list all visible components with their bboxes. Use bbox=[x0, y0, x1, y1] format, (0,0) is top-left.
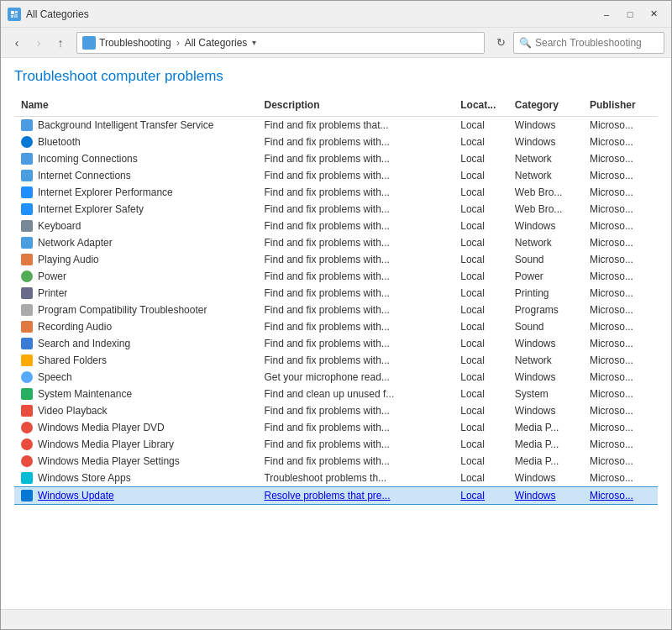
svg-rect-1 bbox=[15, 11, 18, 13]
table-container[interactable]: Name Description Locat... Category Publi… bbox=[14, 97, 658, 602]
cell-location: Local bbox=[454, 487, 508, 505]
table-row[interactable]: Video Playback Find and fix problems wit… bbox=[14, 402, 658, 419]
table-row[interactable]: Windows Media Player Settings Find and f… bbox=[14, 453, 658, 470]
cell-name: Speech bbox=[14, 369, 257, 386]
cell-name: Power bbox=[14, 268, 257, 285]
cell-description: Find and fix problems with... bbox=[257, 184, 454, 201]
breadcrumb-troubleshooting[interactable]: Troubleshooting bbox=[99, 37, 171, 49]
row-icon bbox=[21, 455, 33, 467]
cell-category: Programs bbox=[508, 302, 583, 318]
table-row[interactable]: Program Compatibility Troubleshooter Fin… bbox=[14, 302, 658, 318]
cell-name: Video Playback bbox=[14, 402, 257, 419]
breadcrumb-all-categories[interactable]: All Categories bbox=[185, 37, 248, 49]
cell-category: Windows bbox=[508, 335, 583, 352]
table-row[interactable]: Speech Get your microphone read... Local… bbox=[14, 369, 658, 386]
table-row[interactable]: Incoming Connections Find and fix proble… bbox=[14, 150, 658, 167]
col-header-name[interactable]: Name bbox=[14, 97, 257, 117]
cell-name: Program Compatibility Troubleshooter bbox=[14, 302, 257, 318]
table-row[interactable]: Network Adapter Find and fix problems wi… bbox=[14, 234, 658, 251]
cell-description: Find and fix problems with... bbox=[257, 134, 454, 150]
cell-category: Windows bbox=[508, 369, 583, 386]
row-icon bbox=[21, 237, 33, 249]
table-row[interactable]: Printer Find and fix problems with... Lo… bbox=[14, 285, 658, 302]
cell-category: Sound bbox=[508, 251, 583, 268]
cell-location: Local bbox=[454, 268, 508, 285]
table-row[interactable]: Keyboard Find and fix problems with... L… bbox=[14, 218, 658, 234]
address-dropdown-icon[interactable]: ▾ bbox=[252, 38, 256, 47]
table-header-row: Name Description Locat... Category Publi… bbox=[14, 97, 658, 117]
title-bar: All Categories – □ ✕ bbox=[1, 1, 671, 28]
cell-location: Local bbox=[454, 134, 508, 150]
table-row[interactable]: Shared Folders Find and fix problems wit… bbox=[14, 352, 658, 369]
cell-location: Local bbox=[454, 218, 508, 234]
cell-publisher: Microso... bbox=[583, 335, 658, 352]
search-icon: 🔍 bbox=[519, 37, 532, 49]
col-header-category[interactable]: Category bbox=[508, 97, 583, 117]
table-row[interactable]: Internet Explorer Performance Find and f… bbox=[14, 184, 658, 201]
cell-name: Windows Media Player Library bbox=[14, 436, 257, 453]
col-header-location[interactable]: Locat... bbox=[454, 97, 508, 117]
cell-name: Keyboard bbox=[14, 218, 257, 234]
cell-category: Media P... bbox=[508, 419, 583, 436]
row-name-text: Power bbox=[38, 270, 66, 282]
minimize-button[interactable]: – bbox=[596, 6, 617, 23]
cell-publisher: Microso... bbox=[583, 470, 658, 487]
row-name-text: Background Intelligent Transfer Service bbox=[38, 119, 213, 131]
col-header-publisher[interactable]: Publisher bbox=[583, 97, 658, 117]
cell-category: Web Bro... bbox=[508, 184, 583, 201]
table-row[interactable]: Windows Update Resolve problems that pre… bbox=[14, 487, 658, 505]
table-row[interactable]: Windows Media Player Library Find and fi… bbox=[14, 436, 658, 453]
forward-button[interactable]: › bbox=[29, 34, 48, 52]
table-row[interactable]: Bluetooth Find and fix problems with... … bbox=[14, 134, 658, 150]
table-row[interactable]: Windows Store Apps Troubleshoot problems… bbox=[14, 470, 658, 487]
cell-description: Find and fix problems with... bbox=[257, 436, 454, 453]
cell-location: Local bbox=[454, 352, 508, 369]
cell-location: Local bbox=[454, 386, 508, 402]
cell-name: Internet Explorer Safety bbox=[14, 201, 257, 218]
row-name-text: Internet Explorer Performance bbox=[38, 186, 173, 198]
up-button[interactable]: ↑ bbox=[51, 34, 70, 52]
cell-name: Internet Connections bbox=[14, 167, 257, 184]
cell-location: Local bbox=[454, 335, 508, 352]
cell-description: Find and fix problems with... bbox=[257, 150, 454, 167]
cell-publisher: Microso... bbox=[583, 436, 658, 453]
cell-location: Local bbox=[454, 419, 508, 436]
cell-location: Local bbox=[454, 369, 508, 386]
search-input[interactable] bbox=[535, 37, 653, 49]
row-icon bbox=[21, 203, 33, 215]
table-row[interactable]: Playing Audio Find and fix problems with… bbox=[14, 251, 658, 268]
table-row[interactable]: Search and Indexing Find and fix problem… bbox=[14, 335, 658, 352]
cell-name: Windows Store Apps bbox=[14, 470, 257, 487]
table-row[interactable]: Background Intelligent Transfer Service … bbox=[14, 117, 658, 134]
cell-description: Find and fix problems with... bbox=[257, 167, 454, 184]
cell-name: Recording Audio bbox=[14, 318, 257, 335]
row-name-text: Internet Connections bbox=[38, 170, 131, 181]
table-row[interactable]: System Maintenance Find and clean up unu… bbox=[14, 386, 658, 402]
row-icon bbox=[21, 304, 33, 316]
table-row[interactable]: Internet Connections Find and fix proble… bbox=[14, 167, 658, 184]
maximize-button[interactable]: □ bbox=[619, 6, 641, 23]
back-button[interactable]: ‹ bbox=[8, 34, 26, 52]
search-box[interactable]: 🔍 bbox=[513, 32, 664, 54]
row-name-text: System Maintenance bbox=[38, 388, 132, 400]
table-row[interactable]: Windows Media Player DVD Find and fix pr… bbox=[14, 419, 658, 436]
cell-name: Shared Folders bbox=[14, 352, 257, 369]
col-header-description[interactable]: Description bbox=[257, 97, 454, 117]
row-name-text: Network Adapter bbox=[38, 237, 113, 249]
table-row[interactable]: Recording Audio Find and fix problems wi… bbox=[14, 318, 658, 335]
address-bar[interactable]: Troubleshooting › All Categories ▾ bbox=[76, 32, 485, 54]
title-bar-left: All Categories bbox=[8, 8, 89, 21]
refresh-button[interactable]: ↻ bbox=[491, 34, 510, 52]
table-row[interactable]: Power Find and fix problems with... Loca… bbox=[14, 268, 658, 285]
cell-location: Local bbox=[454, 470, 508, 487]
cell-description: Find and fix problems with... bbox=[257, 302, 454, 318]
cell-category: Power bbox=[508, 268, 583, 285]
cell-publisher: Microso... bbox=[583, 369, 658, 386]
cell-publisher: Microso... bbox=[583, 150, 658, 167]
cell-location: Local bbox=[454, 184, 508, 201]
row-icon bbox=[21, 472, 33, 484]
close-button[interactable]: ✕ bbox=[643, 6, 664, 23]
table-row[interactable]: Internet Explorer Safety Find and fix pr… bbox=[14, 201, 658, 218]
row-icon bbox=[21, 438, 33, 450]
row-icon bbox=[21, 338, 33, 349]
